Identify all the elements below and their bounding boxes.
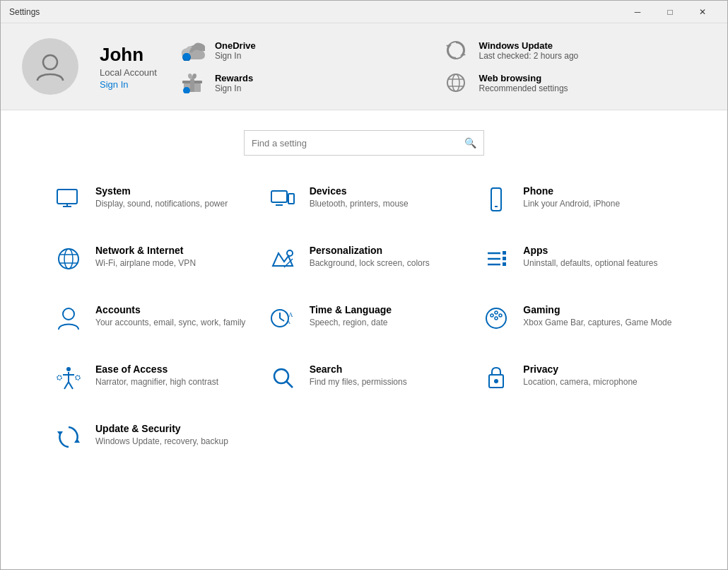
- privacy-text: Privacy Location, camera, microphone: [523, 363, 637, 388]
- system-subtitle: Display, sound, notifications, power: [95, 198, 228, 210]
- windows-update-service[interactable]: Windows Update Last checked: 2 hours ago: [442, 37, 706, 63]
- maximize-button[interactable]: □: [654, 1, 686, 23]
- header-section: John Local Account Sign In: [1, 23, 727, 110]
- settings-item-accounts[interactable]: Accounts Your accounts, email, sync, wor…: [43, 289, 257, 348]
- settings-item-search[interactable]: Search Find my files, permissions: [257, 348, 471, 407]
- accounts-icon: [54, 304, 83, 332]
- network-title: Network & Internet: [95, 245, 196, 256]
- svg-point-47: [57, 376, 61, 380]
- svg-line-38: [280, 318, 284, 321]
- time-language-text: Time & Language Speech, region, date: [310, 304, 392, 329]
- apps-title: Apps: [523, 245, 657, 256]
- search-box[interactable]: 🔍: [244, 130, 484, 156]
- svg-point-45: [495, 317, 498, 320]
- app-title: Settings: [9, 7, 40, 17]
- search-icon: 🔍: [464, 137, 476, 149]
- minimize-button[interactable]: ─: [621, 1, 654, 23]
- personalization-icon: [269, 245, 297, 273]
- update-security-subtitle: Windows Update, recovery, backup: [95, 436, 228, 448]
- svg-rect-6: [190, 79, 194, 92]
- svg-point-24: [64, 249, 73, 269]
- update-security-text: Update & Security Windows Update, recove…: [95, 423, 228, 448]
- svg-marker-54: [57, 431, 63, 436]
- rewards-service[interactable]: Rewards Sign In: [178, 70, 442, 95]
- phone-title: Phone: [523, 185, 620, 197]
- settings-item-apps[interactable]: Apps Uninstall, defaults, optional featu…: [471, 229, 685, 289]
- svg-marker-53: [74, 438, 80, 443]
- svg-point-0: [43, 55, 57, 69]
- rewards-text: Rewards Sign In: [215, 73, 253, 93]
- system-title: System: [95, 185, 228, 197]
- svg-rect-19: [288, 194, 294, 204]
- close-button[interactable]: ✕: [686, 1, 719, 23]
- search-input[interactable]: [252, 138, 464, 149]
- network-subtitle: Wi-Fi, airplane mode, VPN: [95, 257, 196, 269]
- ease-of-access-icon: [54, 363, 83, 392]
- ease-of-access-subtitle: Narrator, magnifier, high contrast: [95, 376, 218, 388]
- devices-icon: [269, 185, 297, 214]
- svg-rect-15: [57, 190, 77, 204]
- svg-marker-9: [460, 52, 466, 56]
- settings-item-phone[interactable]: Phone Link your Android, iPhone: [471, 170, 685, 229]
- windows-update-title: Windows Update: [479, 40, 578, 51]
- web-browsing-title: Web browsing: [479, 73, 568, 83]
- system-text: System Display, sound, notifications, po…: [95, 185, 228, 210]
- settings-item-privacy[interactable]: Privacy Location, camera, microphone: [471, 348, 685, 407]
- settings-item-update-security[interactable]: Update & Security Windows Update, recove…: [43, 407, 257, 467]
- devices-subtitle: Bluetooth, printers, mouse: [310, 198, 409, 210]
- service-column-right: Windows Update Last checked: 2 hours ago…: [442, 37, 706, 95]
- header-services: OneDrive Sign In: [178, 37, 706, 95]
- service-column-left: OneDrive Sign In: [178, 37, 442, 95]
- settings-item-personalization[interactable]: Personalization Background, lock screen,…: [257, 229, 471, 289]
- svg-point-11: [447, 74, 464, 91]
- web-browsing-icon: [442, 70, 470, 95]
- settings-item-network[interactable]: Network & Internet Wi-Fi, airplane mode,…: [43, 229, 257, 289]
- svg-point-46: [66, 367, 71, 371]
- update-security-icon: [54, 423, 83, 451]
- accounts-text: Accounts Your accounts, email, sync, wor…: [95, 304, 245, 329]
- svg-rect-34: [503, 262, 506, 266]
- settings-item-system[interactable]: System Display, sound, notifications, po…: [43, 170, 257, 229]
- profile-signin-link[interactable]: Sign In: [100, 79, 157, 90]
- gaming-title: Gaming: [523, 304, 671, 315]
- gaming-icon: [482, 304, 510, 332]
- settings-item-time-language[interactable]: AA Time & Language Speech, region, date: [257, 289, 471, 348]
- svg-rect-32: [503, 251, 506, 255]
- search-area: 🔍: [1, 110, 727, 170]
- gaming-subtitle: Xbox Game Bar, captures, Game Mode: [523, 317, 671, 329]
- rewards-icon: [178, 70, 206, 95]
- devices-text: Devices Bluetooth, printers, mouse: [310, 185, 409, 210]
- profile-info: John Local Account Sign In: [100, 44, 157, 90]
- rewards-subtitle: Sign In: [215, 83, 253, 93]
- apps-text: Apps Uninstall, defaults, optional featu…: [523, 245, 657, 269]
- system-icon: [54, 185, 83, 214]
- phone-subtitle: Link your Android, iPhone: [523, 198, 620, 210]
- privacy-icon: [482, 363, 510, 392]
- accounts-subtitle: Your accounts, email, sync, work, family: [95, 317, 245, 329]
- search-text: Search Find my files, permissions: [310, 363, 407, 388]
- svg-point-3: [183, 53, 190, 60]
- settings-item-gaming[interactable]: Gaming Xbox Game Bar, captures, Game Mod…: [471, 289, 685, 348]
- settings-item-ease-of-access[interactable]: Ease of Access Narrator, magnifier, high…: [43, 348, 257, 407]
- update-security-title: Update & Security: [95, 423, 228, 434]
- svg-rect-21: [491, 188, 501, 211]
- search-title: Search: [310, 363, 407, 375]
- onedrive-subtitle: Sign In: [215, 51, 256, 61]
- rewards-title: Rewards: [215, 73, 253, 83]
- settings-item-devices[interactable]: Devices Bluetooth, printers, mouse: [257, 170, 471, 229]
- onedrive-icon: [178, 37, 206, 63]
- phone-text: Phone Link your Android, iPhone: [523, 185, 620, 210]
- privacy-subtitle: Location, camera, microphone: [523, 376, 637, 388]
- onedrive-service[interactable]: OneDrive Sign In: [178, 37, 442, 63]
- avatar: [22, 38, 78, 95]
- onedrive-text: OneDrive Sign In: [215, 40, 256, 61]
- personalization-text: Personalization Background, lock screen,…: [310, 245, 430, 269]
- onedrive-title: OneDrive: [215, 40, 256, 51]
- svg-rect-33: [503, 257, 506, 260]
- privacy-title: Privacy: [523, 363, 637, 375]
- personalization-title: Personalization: [310, 245, 430, 256]
- network-text: Network & Internet Wi-Fi, airplane mode,…: [95, 245, 196, 269]
- web-browsing-service[interactable]: Web browsing Recommended settings: [442, 70, 706, 95]
- profile-account-type: Local Account: [100, 67, 157, 78]
- settings-grid: System Display, sound, notifications, po…: [1, 170, 727, 467]
